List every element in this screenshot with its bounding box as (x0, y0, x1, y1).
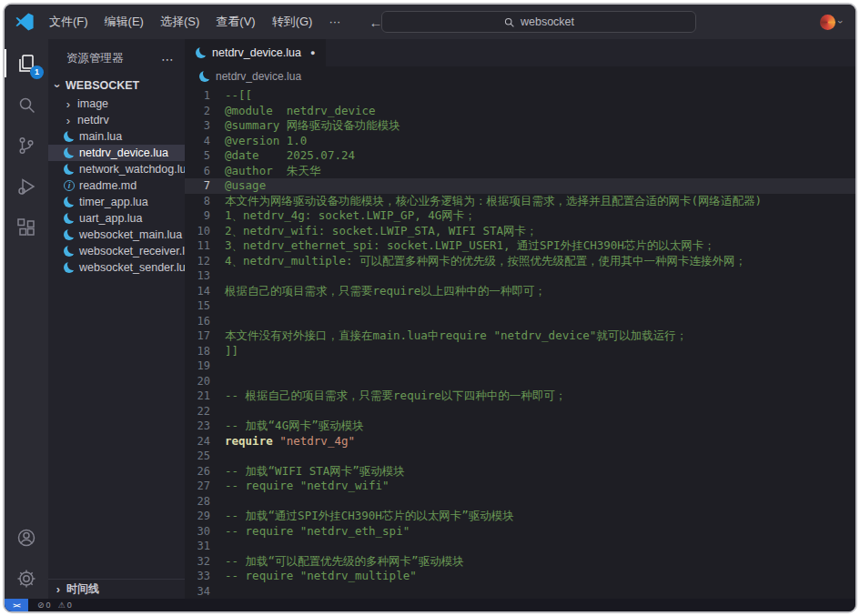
code-area[interactable]: 1--[[2@module netdrv_device3@summary 网络驱… (185, 86, 855, 599)
code-line[interactable]: 23-- 加载“4G网卡”驱动模块 (185, 419, 855, 434)
account-icon (15, 527, 37, 549)
sidebar-item-main.lua[interactable]: main.lua (48, 128, 185, 145)
sidebar-section-timeline[interactable]: › 时间线 (48, 579, 185, 599)
code-line[interactable]: 29-- 加载“通过SPI外挂CH390H芯片的以太网卡”驱动模块 (185, 509, 855, 524)
line-number: 25 (185, 449, 225, 464)
lua-file-icon (64, 262, 75, 273)
activitybar-account-button[interactable] (5, 517, 48, 558)
menu-item[interactable]: 转到(G) (264, 15, 321, 28)
line-text: 本文件为网络驱动设备功能模块，核心业务逻辑为：根据项目需求，选择并且配置合适的网… (225, 194, 762, 209)
sidebar-item-readme.md[interactable]: ireadme.md (48, 177, 185, 194)
code-line[interactable]: 15 (185, 298, 855, 314)
menu-item[interactable]: 编辑(E) (96, 15, 152, 28)
line-number: 13 (185, 268, 225, 284)
file-label: main.lua (79, 130, 122, 143)
activitybar-settings-button[interactable] (5, 558, 48, 599)
sidebar-item-image[interactable]: ›image (48, 96, 185, 112)
code-line[interactable]: 2@module netdrv_device (185, 104, 855, 119)
code-line[interactable]: 26-- 加载“WIFI STA网卡”驱动模块 (185, 464, 855, 480)
line-number: 2 (185, 104, 225, 119)
activitybar-explorer-button[interactable]: 1 (5, 43, 48, 84)
code-line[interactable]: 3@summary 网络驱动设备功能模块 (185, 118, 855, 134)
sidebar-item-netdrv_device.lua[interactable]: netdrv_device.lua (48, 145, 185, 161)
remote-indicator-button[interactable]: >< (5, 599, 28, 611)
tab-label: netdrv_device.lua (212, 46, 301, 59)
code-line[interactable]: 20 (185, 374, 855, 389)
menu-item[interactable]: 文件(F) (41, 15, 96, 28)
activitybar-run-debug-button[interactable] (5, 166, 48, 207)
code-line[interactable]: 6@author 朱天华 (185, 164, 855, 179)
code-line[interactable]: 27-- require "netdrv_wifi" (185, 479, 855, 494)
line-number: 1 (185, 88, 225, 104)
line-number: 34 (185, 584, 225, 600)
menu-item[interactable]: 查看(V) (207, 15, 263, 28)
sidebar-root-websocket[interactable]: › WEBSOCKET (48, 76, 185, 96)
file-label: uart_app.lua (79, 212, 143, 225)
code-line[interactable]: 31 (185, 539, 855, 554)
line-number: 31 (185, 539, 225, 554)
menu-item[interactable]: ··· (320, 15, 349, 28)
code-line[interactable]: 13 (185, 268, 855, 284)
breadcrumb-label: netdrv_device.lua (216, 70, 301, 83)
code-line[interactable]: 4@version 1.0 (185, 134, 855, 149)
code-line[interactable]: 19 (185, 358, 855, 374)
code-line[interactable]: 1--[[ (185, 88, 855, 104)
line-number: 30 (185, 524, 225, 540)
code-line[interactable]: 5@date 2025.07.24 (185, 148, 855, 164)
lua-file-icon (64, 131, 75, 142)
explorer-badge: 1 (30, 66, 44, 79)
source-control-icon (15, 135, 37, 157)
code-line[interactable]: 25 (185, 449, 855, 464)
code-line[interactable]: 14根据自己的项目需求，只需要require以上四种中的一种即可； (185, 284, 855, 299)
line-text: 3、netdrv_ethernet_spi: socket.LWIP_USER1… (225, 238, 715, 254)
code-line[interactable]: 24require "netdrv_4g" (185, 434, 855, 449)
chevron-right-icon: › (64, 97, 73, 111)
code-line[interactable]: 113、netdrv_ethernet_spi: socket.LWIP_USE… (185, 238, 855, 254)
code-line[interactable]: 91、netdrv_4g: socket.LWIP_GP, 4G网卡； (185, 208, 855, 224)
error-count: 0 (46, 601, 51, 610)
line-number: 23 (185, 419, 225, 434)
code-line[interactable]: 18]] (185, 344, 855, 359)
activitybar-extensions-button[interactable] (5, 207, 48, 247)
sidebar-item-websocket_receiver.lua[interactable]: websocket_receiver.lua (48, 243, 185, 259)
menu-item[interactable]: 选择(S) (152, 15, 207, 28)
code-line[interactable]: 21-- 根据自己的项目需求，只需要require以下四种中的一种即可； (185, 389, 855, 404)
code-line[interactable]: 17本文件没有对外接口，直接在main.lua中require "netdrv_… (185, 328, 855, 344)
activitybar-search-button[interactable] (5, 84, 48, 125)
code-line[interactable]: 28 (185, 494, 855, 510)
line-text: -- 加载“4G网卡”驱动模块 (225, 419, 364, 434)
code-line[interactable]: 22 (185, 404, 855, 419)
line-text: 本文件没有对外接口，直接在main.lua中require "netdrv_de… (225, 328, 687, 344)
line-number: 10 (185, 224, 225, 239)
timeline-label: 时间线 (66, 581, 99, 597)
code-line[interactable]: 33-- require "netdrv_multiple" (185, 569, 855, 584)
sidebar-item-timer_app.lua[interactable]: timer_app.lua (48, 194, 185, 210)
more-actions-icon[interactable]: ⋯ (161, 52, 174, 66)
code-line[interactable]: 8本文件为网络驱动设备功能模块，核心业务逻辑为：根据项目需求，选择并且配置合适的… (185, 194, 855, 209)
line-number: 16 (185, 314, 225, 329)
activitybar-source-control-button[interactable] (5, 125, 48, 166)
modified-dot-icon[interactable]: ● (310, 48, 315, 57)
code-line[interactable]: 16 (185, 314, 855, 329)
code-line[interactable]: 7@usage (185, 178, 855, 194)
breadcrumb[interactable]: netdrv_device.lua (185, 66, 855, 86)
tab-netdrv-device[interactable]: netdrv_device.lua ● (185, 39, 326, 66)
code-line[interactable]: 32-- 加载“可以配置优先级的多种网卡”驱动模块 (185, 554, 855, 570)
code-line[interactable]: 34 (185, 584, 855, 600)
titlebar-account-button[interactable]: › (820, 5, 843, 39)
line-number: 20 (185, 374, 225, 389)
sidebar-item-websocket_sender.lua[interactable]: websocket_sender.lua (48, 259, 185, 276)
sidebar-item-network_watchdog.lua[interactable]: network_watchdog.lua (48, 161, 185, 177)
lua-file-icon (64, 164, 75, 175)
line-number: 12 (185, 254, 225, 269)
sidebar-item-websocket_main.lua[interactable]: websocket_main.lua (48, 227, 185, 243)
sidebar-item-netdrv[interactable]: ›netdrv (48, 112, 185, 128)
file-label: netdrv_device.lua (79, 146, 168, 159)
command-center-search[interactable]: websocket (381, 11, 696, 33)
code-line[interactable]: 124、netdrv_multiple: 可以配置多种网卡的优先级，按照优先级配… (185, 254, 855, 269)
code-line[interactable]: 30-- require "netdrv_eth_spi" (185, 524, 855, 540)
sidebar-item-uart_app.lua[interactable]: uart_app.lua (48, 210, 185, 227)
problems-button[interactable]: ⊘0 ⚠0 (37, 601, 72, 610)
code-line[interactable]: 102、netdrv_wifi: socket.LWIP_STA, WIFI S… (185, 224, 855, 239)
line-text: -- 加载“可以配置优先级的多种网卡”驱动模块 (225, 554, 464, 570)
